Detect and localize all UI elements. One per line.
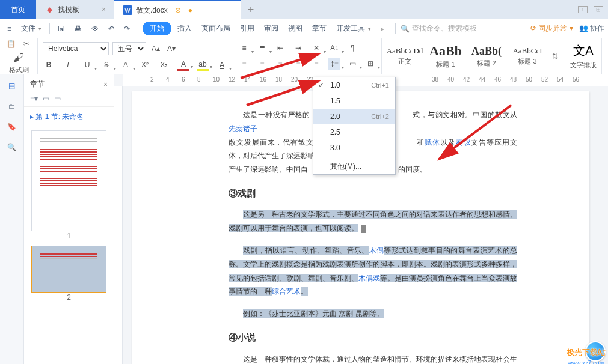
preview-icon[interactable]: 👁 [88,23,102,35]
spacing-other[interactable]: 其他(M)... [313,159,395,174]
heading-novel: ④小说 [229,329,517,347]
file-menu[interactable]: 文件 [17,22,45,35]
close-panel-icon[interactable]: × [103,80,108,89]
spacing-3-0[interactable]: 3.0 [313,140,395,156]
paragraph-mark-icon[interactable]: ¶ [346,42,358,54]
char-scale-icon[interactable]: ✕ [310,42,322,54]
style-body[interactable]: AaBbCcDd正文 [385,38,424,74]
styles-more-icon[interactable]: ⇅ [549,38,561,74]
indent-inc-icon[interactable]: ⇥ [292,42,304,54]
tab-document[interactable]: W 散文.docx ⊘ ● [114,0,241,19]
spacing-1-0[interactable]: ✓1.0Ctrl+1 [313,77,395,93]
spacing-2-0[interactable]: 2.0Ctrl+2 [313,109,395,124]
style-h3[interactable]: AaBbCcI标题 3 [508,38,547,74]
more-menu-icon[interactable]: ▸ [377,23,388,35]
font-name-select[interactable]: Helvetica [43,42,109,55]
link[interactable]: 木偶戏 [358,274,380,282]
close-icon[interactable]: × [102,5,106,14]
folder-icon[interactable]: 🗀 [7,101,17,112]
bold-icon[interactable]: B [43,59,55,71]
command-search[interactable]: 🔍 查找命令、搜索模板 [395,23,477,34]
menu-review[interactable]: 审阅 [260,22,282,35]
underline-icon[interactable]: U [81,59,93,71]
link[interactable]: 木偶 [369,246,384,255]
layout-1-icon[interactable]: 1 [578,6,588,13]
menu-layout[interactable]: 页面布局 [198,22,234,35]
link[interactable]: 综合艺术 [272,287,301,296]
strike-icon[interactable]: S̶ [100,59,112,71]
spacing-2-5[interactable]: 2.5 [313,124,395,140]
redo-icon[interactable]: ↷ [120,23,134,35]
style-h2[interactable]: AaBb(标题 2 [467,38,506,74]
format-brush-icon[interactable]: 🖌 [13,52,25,64]
sort-icon[interactable]: A↕ [328,42,340,54]
link[interactable]: 先秦诸子 [229,124,257,133]
shading-icon[interactable]: ▭ [346,58,358,70]
align-right-icon[interactable]: ≡ [274,58,286,70]
shrink-font-icon[interactable]: A▾ [165,43,177,55]
format-brush-label: 格式刷 [9,65,29,74]
sync-status[interactable]: ⟳ 同步异常 ▾ [530,23,573,34]
align-justify-icon[interactable]: ≡ [292,58,304,70]
menu-bar: ≡ 文件 🖫 🖶 👁 ↶ ↷ 开始 插入 页面布局 引用 审阅 视图 章节 开发… [0,19,608,38]
align-left-icon[interactable]: ≡ [238,58,250,70]
number-list-icon[interactable]: ≣ [256,42,268,54]
find-icon[interactable]: 🔍 [7,142,17,153]
ruler-tick: 44 [479,76,485,83]
undo-icon[interactable]: ↶ [105,23,118,35]
font-size-select[interactable]: 五号 [112,42,146,55]
link[interactable]: 奏议 [456,138,471,147]
menu-ref[interactable]: 引用 [236,22,258,35]
ruler-tick: 38 [432,76,438,83]
layout-grid-icon[interactable]: ⊞ [594,6,603,13]
tab-home[interactable]: 首页 [0,0,36,19]
align-dist-icon[interactable]: ≡ [310,58,322,70]
print-icon[interactable]: 🖶 [71,23,85,35]
menu-view[interactable]: 视图 [284,22,306,35]
ruler-vertical[interactable] [114,86,123,364]
subscript-icon[interactable]: X₂ [158,59,170,71]
menu-dev[interactable]: 开发工具 [333,22,375,35]
search-icon: 🔍 [401,25,410,33]
grow-font-icon[interactable]: A▴ [150,43,162,55]
menu-chapter[interactable]: 章节 [309,22,330,35]
italic-icon[interactable]: I [62,59,74,71]
ruler-tick: 8 [197,76,201,83]
nav-del-icon[interactable]: ▭ [54,94,61,103]
menu-insert[interactable]: 插入 [174,22,195,35]
page-thumb-1[interactable]: 1 [31,130,106,231]
char-border-icon[interactable]: A̲ [216,59,228,71]
save-icon[interactable]: 🖫 [54,23,69,35]
nav-add-icon[interactable]: ▭ [43,94,49,103]
template-icon: ◆ [45,5,54,14]
bullet-list-icon[interactable]: ≡ [238,42,250,54]
text-layout-icon[interactable]: 文A [573,43,593,59]
indent-dec-icon[interactable]: ⇤ [274,42,286,54]
highlight-icon[interactable]: ab [197,59,209,71]
page-thumb-2[interactable]: 2 [31,246,106,293]
ruler-tick: 40 [447,76,454,83]
link[interactable]: 赋体 [425,138,440,147]
coop-button[interactable]: 👥 协作 [579,23,604,34]
spacing-1-5[interactable]: 1.5 [313,93,395,109]
style-h1[interactable]: AaBb标题 1 [426,38,465,74]
bookmark-icon[interactable]: 🔖 [7,121,17,132]
warning-icon: ⊘ [175,6,181,14]
nav-view-icon[interactable]: ≡▾ [30,94,38,103]
paste-icon[interactable]: 📋 [5,38,17,50]
outline-icon[interactable]: ▤ [7,80,17,91]
menu-start[interactable]: 开始 [143,22,171,35]
copy-icon[interactable]: ✂ [20,38,32,50]
font-color-icon[interactable]: A [177,59,189,71]
app-menu-icon[interactable]: ≡ [4,23,15,35]
borders-icon[interactable]: ⊞ [364,58,376,70]
ruler-tick: 46 [494,76,501,83]
new-tab-button[interactable]: + [241,0,261,19]
align-center-icon[interactable]: ≡ [256,58,268,70]
font-group: Helvetica 五号 A▴ A▾ B I U S̶ A X² X₂ A ab… [38,38,233,74]
nav-section-item[interactable]: ▸ 第 1 节: 未命名 [24,107,114,127]
tab-templates[interactable]: ◆ 找模板 × [36,0,114,19]
superscript-icon[interactable]: X² [139,59,151,71]
line-spacing-icon[interactable]: ‡≡ [328,58,340,70]
font-effect-icon[interactable]: A [120,59,132,71]
